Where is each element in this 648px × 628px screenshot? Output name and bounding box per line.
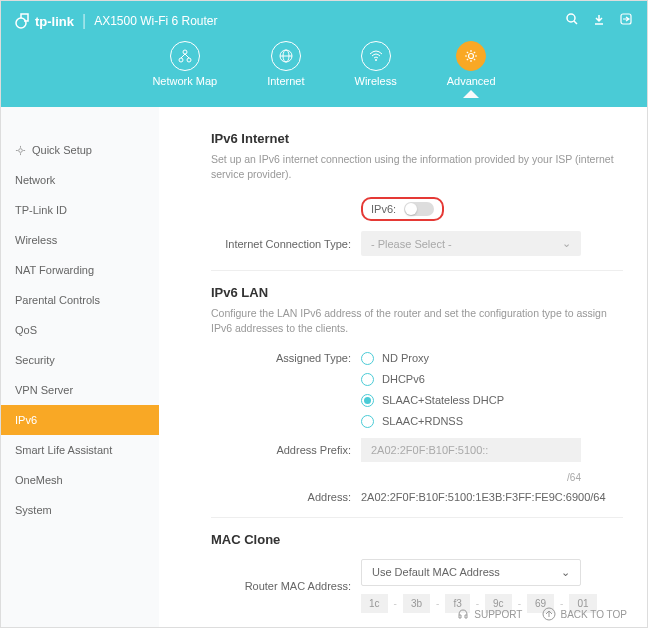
sidebar-item-smart-life[interactable]: Smart Life Assistant xyxy=(1,435,159,465)
search-icon[interactable] xyxy=(565,12,579,30)
radio-dhcpv6[interactable]: DHCPv6 xyxy=(361,373,623,386)
mac-select[interactable]: Use Default MAC Address ⌄ xyxy=(361,559,581,586)
mac-clone-title: MAC Clone xyxy=(211,532,623,547)
ipv6-internet-desc: Set up an IPv6 internet connection using… xyxy=(211,152,623,181)
ipv6-lan-title: IPv6 LAN xyxy=(211,285,623,300)
address-value: 2A02:2F0F:B10F:5100:1E3B:F3FF:FE9C:6900/… xyxy=(361,491,623,503)
mac-label: Router MAC Address: xyxy=(211,580,361,592)
tab-wireless[interactable]: Wireless xyxy=(355,41,397,97)
sidebar-item-qos[interactable]: QoS xyxy=(1,315,159,345)
wifi-icon xyxy=(361,41,391,71)
svg-point-1 xyxy=(567,14,575,22)
sidebar-item-tplink-id[interactable]: TP-Link ID xyxy=(1,195,159,225)
sidebar-item-onemesh[interactable]: OneMesh xyxy=(1,465,159,495)
nav-tabs: Network Map Internet Wireless Advanced xyxy=(1,33,647,97)
sidebar-item-quick-setup[interactable]: Quick Setup xyxy=(1,135,159,165)
svg-point-4 xyxy=(183,50,187,54)
gear-icon xyxy=(15,145,26,156)
arrow-up-icon xyxy=(542,607,556,621)
sidebar: Quick Setup Network TP-Link ID Wireless … xyxy=(1,107,159,628)
chevron-down-icon: ⌄ xyxy=(562,237,571,250)
svg-line-2 xyxy=(574,21,577,24)
logout-icon[interactable] xyxy=(619,12,633,30)
globe-icon xyxy=(271,41,301,71)
tab-internet[interactable]: Internet xyxy=(267,41,304,97)
support-button[interactable]: SUPPORT xyxy=(456,607,522,621)
gear-icon xyxy=(456,41,486,71)
sidebar-item-network[interactable]: Network xyxy=(1,165,159,195)
svg-point-0 xyxy=(16,18,26,28)
conn-type-select[interactable]: - Please Select - ⌄ xyxy=(361,231,581,256)
svg-point-12 xyxy=(19,148,23,152)
back-to-top-button[interactable]: BACK TO TOP xyxy=(542,607,627,621)
sidebar-item-security[interactable]: Security xyxy=(1,345,159,375)
assigned-type-label: Assigned Type: xyxy=(211,352,361,364)
ipv6-toggle[interactable] xyxy=(404,202,434,216)
product-name: AX1500 Wi-Fi 6 Router xyxy=(94,14,217,28)
brand: tp-link | AX1500 Wi-Fi 6 Router xyxy=(15,12,218,30)
address-label: Address: xyxy=(211,491,361,503)
ipv6-toggle-label: IPv6: xyxy=(371,203,396,215)
ipv6-toggle-highlight: IPv6: xyxy=(361,197,444,221)
sidebar-item-vpn[interactable]: VPN Server xyxy=(1,375,159,405)
sidebar-item-wireless[interactable]: Wireless xyxy=(1,225,159,255)
sidebar-item-system[interactable]: System xyxy=(1,495,159,525)
headset-icon xyxy=(456,607,470,621)
radio-nd-proxy[interactable]: ND Proxy xyxy=(361,352,623,365)
network-map-icon xyxy=(170,41,200,71)
ipv6-lan-desc: Configure the LAN IPv6 address of the ro… xyxy=(211,306,623,335)
sidebar-item-ipv6[interactable]: IPv6 xyxy=(1,405,159,435)
prefix-label: Address Prefix: xyxy=(211,444,361,456)
chevron-down-icon: ⌄ xyxy=(561,566,570,579)
svg-point-5 xyxy=(179,58,183,62)
sidebar-item-nat[interactable]: NAT Forwarding xyxy=(1,255,159,285)
ipv6-internet-title: IPv6 Internet xyxy=(211,131,623,146)
tab-advanced[interactable]: Advanced xyxy=(447,41,496,97)
svg-point-10 xyxy=(375,59,377,61)
logo: tp-link xyxy=(15,13,74,29)
radio-slaac-rdnss[interactable]: SLAAC+RDNSS xyxy=(361,415,623,428)
conn-type-label: Internet Connection Type: xyxy=(211,238,361,250)
header: tp-link | AX1500 Wi-Fi 6 Router Network … xyxy=(1,1,647,107)
content: IPv6 Internet Set up an IPv6 internet co… xyxy=(159,107,647,628)
radio-slaac-stateless[interactable]: SLAAC+Stateless DHCP xyxy=(361,394,623,407)
led-icon[interactable] xyxy=(593,12,605,30)
prefix-suffix: /64 xyxy=(211,472,581,483)
tab-network-map[interactable]: Network Map xyxy=(152,41,217,97)
svg-point-11 xyxy=(469,54,474,59)
svg-point-6 xyxy=(187,58,191,62)
sidebar-item-parental[interactable]: Parental Controls xyxy=(1,285,159,315)
prefix-input[interactable] xyxy=(361,438,581,462)
